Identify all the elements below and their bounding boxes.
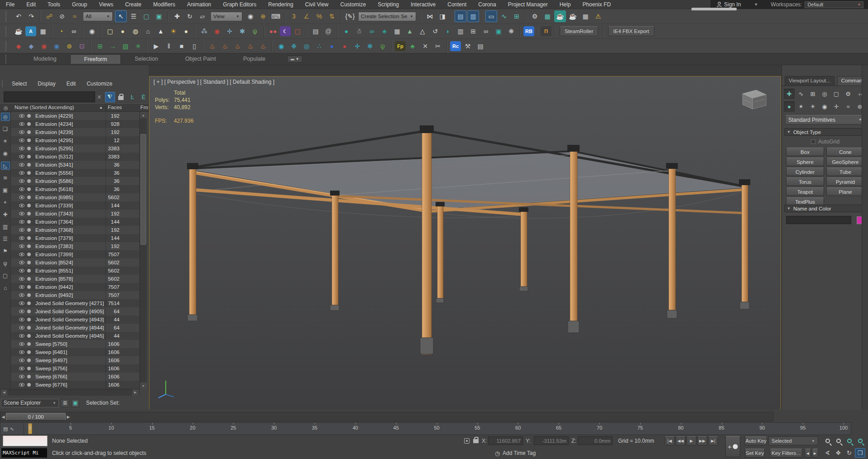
pause-sim-icon[interactable]: ‖ (163, 40, 175, 52)
visibility-eye-icon[interactable] (19, 342, 24, 346)
scene-object-row[interactable]: Sweep [6756]1606 (11, 364, 139, 373)
previous-frame-button[interactable]: ◀◀ (676, 436, 686, 445)
visibility-eye-icon[interactable] (19, 334, 24, 338)
cone-light-icon[interactable]: ▲ (155, 25, 167, 37)
x-view-icon[interactable]: ✕ (419, 40, 431, 52)
green-arrow-icon[interactable]: → (107, 40, 119, 52)
visibility-eye-icon[interactable] (19, 139, 24, 142)
render-dot-icon[interactable] (27, 350, 31, 354)
visibility-eye-icon[interactable] (19, 285, 24, 289)
primitive-button-cone[interactable]: Cone (826, 148, 864, 156)
name-column-header[interactable]: Name (Sorted Ascending) (14, 105, 74, 110)
visibility-eye-icon[interactable] (19, 261, 24, 264)
render-dot-icon[interactable] (27, 236, 31, 240)
menu-civil-view[interactable]: Civil View (299, 0, 335, 9)
primitive-button-cylinder[interactable]: Cylinder (786, 167, 824, 176)
visibility-eye-icon[interactable] (19, 350, 24, 354)
selection-filter-combo[interactable]: All▼ (83, 12, 113, 21)
tab-object-paint[interactable]: Object Paint (172, 54, 230, 64)
visibility-eye-icon[interactable] (19, 147, 24, 150)
egg-light-icon[interactable]: ● (180, 25, 192, 37)
phoenix-fire-2-icon[interactable]: ♨ (219, 40, 231, 52)
visibility-eye-icon[interactable] (19, 130, 24, 134)
columns-u-icon[interactable]: Π (541, 26, 551, 36)
menu-animation[interactable]: Animation (181, 0, 217, 9)
snowflake-icon[interactable]: ✻ (236, 25, 248, 37)
explorer-menu-display[interactable]: Display (32, 81, 61, 87)
scene-object-row[interactable]: Extrusion [7383]192 (11, 242, 139, 250)
scene-object-row[interactable]: Sweep [6766]1606 (11, 373, 139, 381)
go-to-start-button[interactable]: |◀ (665, 436, 675, 445)
ribbon-minimize-button[interactable]: ▬▼ (287, 56, 302, 62)
render-dot-icon[interactable] (27, 147, 31, 150)
time-slider-handle[interactable]: 0 / 100 (6, 413, 66, 421)
fire-ring-icon[interactable]: ◉ (38, 40, 50, 52)
explorer-menu-edit[interactable]: Edit (61, 81, 82, 87)
transform-gizmo-icon[interactable]: ✛ (224, 25, 235, 37)
scene-object-row[interactable]: Extrusion [7368]192 (11, 226, 139, 234)
render-dot-icon[interactable] (27, 269, 31, 273)
menu-interactive[interactable]: Interactive (405, 0, 441, 9)
sun-light-icon[interactable]: ☀ (168, 25, 179, 37)
render-dot-icon[interactable] (27, 285, 31, 289)
pergola-3d-scene[interactable] (149, 76, 780, 409)
menu-graph-editors[interactable]: Graph Editors (217, 0, 262, 9)
display-helpers-icon[interactable]: ◺ (1, 162, 10, 170)
render-dot-icon[interactable] (27, 204, 31, 207)
vertical-scrollbar[interactable]: ▲ ▼ (139, 112, 147, 389)
zoom-extents-all-icon[interactable] (855, 436, 865, 445)
visibility-eye-icon[interactable] (19, 269, 24, 273)
cameras-category-icon[interactable]: ◉ (819, 101, 830, 112)
scene-object-row[interactable]: Extrusion [7399]7507 (11, 250, 139, 258)
gift-icon[interactable]: ⊞ (94, 40, 106, 52)
use-pivot-point-icon[interactable]: ◉ (245, 10, 256, 22)
menu-edit[interactable]: Edit (20, 0, 42, 9)
display-shapes-icon[interactable]: ψ (1, 259, 10, 268)
visibility-eye-icon[interactable] (19, 359, 24, 362)
wood-post[interactable] (332, 194, 338, 310)
selection-lock-icon[interactable] (473, 439, 479, 443)
tab-populate[interactable]: Populate (230, 54, 279, 64)
render-dot-icon[interactable] (27, 171, 31, 175)
utilities-tab-icon[interactable]: ⚙ (843, 89, 854, 99)
blue-ball-icon[interactable]: ● (326, 40, 338, 52)
visibility-eye-icon[interactable] (19, 375, 24, 378)
render-dot-icon[interactable] (27, 114, 31, 118)
scene-object-row[interactable]: Extrusion [7339]144 (11, 201, 139, 210)
visibility-eye-icon[interactable] (19, 301, 24, 305)
view-cube[interactable] (743, 90, 766, 109)
menu-corona[interactable]: Corona (472, 0, 502, 9)
scene-object-row[interactable]: Joined Solid Geometry [4943]44 (11, 316, 139, 324)
scrollbar-thumb[interactable] (140, 134, 146, 245)
explorer-mode-combo[interactable]: Scene Explorer ▼ (1, 399, 59, 407)
visibility-eye-icon[interactable] (19, 204, 24, 207)
scene-object-row[interactable]: Sweep [6481]1606 (11, 348, 139, 356)
visibility-eye-icon[interactable] (19, 383, 24, 387)
scene-object-row[interactable]: Sweep [6776]1606 (11, 381, 139, 389)
render-dot-icon[interactable] (27, 375, 31, 378)
render-dot-icon[interactable] (27, 261, 31, 264)
undo-icon[interactable]: ↶ (13, 10, 24, 22)
checker-icon[interactable]: ▧ (120, 40, 131, 52)
keyboard-shortcut-override-icon[interactable]: ⌨ (270, 10, 282, 22)
scroll-down-icon[interactable]: ▼ (140, 382, 147, 389)
redo-icon[interactable]: ↷ (25, 10, 37, 22)
trees-icon[interactable]: ♣ (379, 25, 390, 37)
lock-icon[interactable] (116, 92, 126, 102)
tent-icon[interactable]: △ (417, 25, 428, 37)
wood-post[interactable] (437, 205, 443, 302)
visibility-eye-icon[interactable] (19, 318, 24, 321)
phoenix-gem-red-icon[interactable]: ◆ (13, 40, 24, 52)
object-name-input[interactable] (786, 216, 851, 224)
a360-icon[interactable]: A (25, 26, 36, 36)
mini-curve-editor-button[interactable]: ▤∿ (0, 423, 24, 435)
isolate-selection-icon[interactable] (464, 438, 470, 444)
tab-freeform[interactable]: Freeform (70, 54, 121, 64)
scene-object-row[interactable]: Sweep [5750]1606 (11, 340, 139, 348)
auto-key-button[interactable]: Auto Key (745, 436, 767, 445)
menu-help[interactable]: Help (554, 0, 577, 9)
maximize-viewport-icon[interactable]: ❒ (855, 448, 865, 458)
ribbon-toggle-icon[interactable]: ▭ (485, 10, 497, 22)
balloons-icon[interactable]: ●● (267, 25, 279, 37)
clipboard-icon[interactable]: ▤ (310, 25, 321, 37)
